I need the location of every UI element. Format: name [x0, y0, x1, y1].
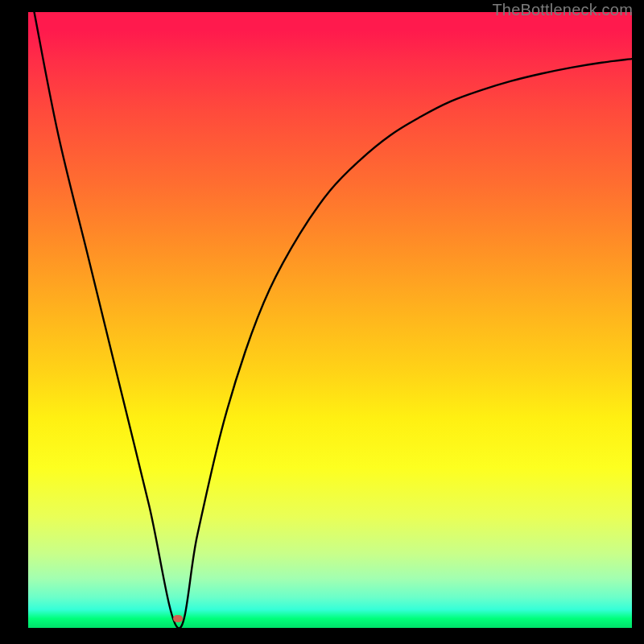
bottleneck-curve-path — [35, 12, 633, 628]
curve-svg — [28, 12, 632, 628]
plot-area — [28, 12, 632, 628]
minimum-marker — [173, 615, 183, 622]
chart-frame: TheBottleneck.com — [0, 0, 644, 644]
watermark-text: TheBottleneck.com — [492, 1, 633, 19]
